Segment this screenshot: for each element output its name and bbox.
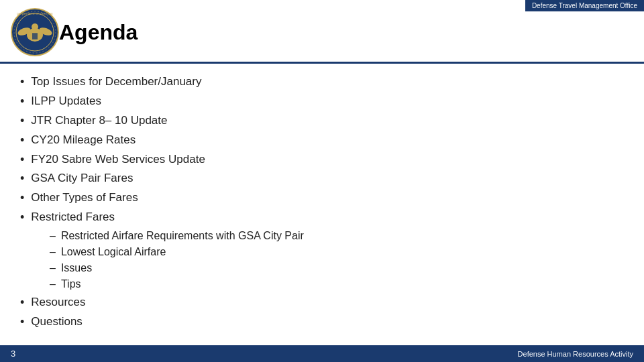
svg-text:DEPARTMENT OF DEFENSE: DEPARTMENT OF DEFENSE: [17, 12, 53, 15]
list-item: • Top Issues for December/January: [20, 73, 624, 92]
page-number: 3: [11, 349, 15, 359]
list-item: • Other Types of Fares: [20, 189, 624, 208]
agenda-item-text: Other Types of Fares: [31, 189, 138, 206]
agenda-item-text: Resources: [31, 294, 85, 311]
bullet-icon: •: [20, 294, 24, 312]
bullet-icon: •: [20, 189, 24, 208]
sub-list-item: – Lowest Logical Airfare: [50, 244, 624, 260]
dod-seal-icon: DEPARTMENT OF DEFENSE: [11, 8, 59, 56]
agenda-item-text: Questions: [31, 313, 83, 330]
dash-icon: –: [50, 260, 56, 276]
list-item: • JTR Chapter 8– 10 Update: [20, 112, 624, 131]
list-item: • ILPP Updates: [20, 93, 624, 111]
dash-icon: –: [50, 244, 56, 260]
agenda-item-text: Restricted Fares: [31, 208, 115, 226]
list-item: • FY20 Sabre Web Services Update: [20, 151, 624, 170]
list-item: • Restricted Fares: [20, 208, 624, 227]
sub-item-text: Lowest Logical Airfare: [61, 244, 166, 260]
footer-bar: 3 Defense Human Resources Activity: [0, 345, 644, 362]
main-content: • Top Issues for December/January • ILPP…: [0, 64, 644, 342]
extra-agenda-list: • Resources • Questions: [20, 294, 624, 332]
list-item: • Questions: [20, 313, 624, 332]
sub-list-item: – Restricted Airfare Requirements with G…: [50, 228, 624, 244]
list-item: • GSA City Pair Fares: [20, 170, 624, 188]
bullet-icon: •: [20, 93, 24, 111]
sub-list-item: – Issues: [50, 260, 624, 276]
list-item: • CY20 Mileage Rates: [20, 131, 624, 150]
sub-agenda-list: – Restricted Airfare Requirements with G…: [50, 228, 624, 292]
bullet-icon: •: [20, 313, 24, 332]
agenda-item-text: FY20 Sabre Web Services Update: [31, 151, 205, 168]
list-item: • Resources: [20, 294, 624, 312]
bullet-icon: •: [20, 73, 24, 92]
sub-list-item: – Tips: [50, 276, 624, 292]
agenda-list: • Top Issues for December/January • ILPP…: [20, 73, 624, 227]
sub-item-text: Restricted Airfare Requirements with GSA…: [61, 228, 304, 244]
bullet-icon: •: [20, 170, 24, 188]
page-title: Agenda: [59, 20, 138, 45]
bullet-icon: •: [20, 131, 24, 150]
dash-icon: –: [50, 228, 56, 244]
agenda-item-text: GSA City Pair Fares: [31, 170, 133, 187]
top-bar-label: Defense Travel Management Office: [532, 2, 637, 9]
bullet-icon: •: [20, 208, 24, 227]
sub-item-text: Tips: [61, 276, 81, 292]
bullet-icon: •: [20, 151, 24, 170]
top-bar: Defense Travel Management Office: [525, 0, 644, 11]
sub-item-text: Issues: [61, 260, 92, 276]
agenda-item-text: CY20 Mileage Rates: [31, 131, 136, 149]
agenda-item-text: ILPP Updates: [31, 93, 101, 110]
org-name-label: Defense Human Resources Activity: [518, 350, 633, 358]
svg-point-5: [32, 23, 38, 30]
bullet-icon: •: [20, 112, 24, 131]
agenda-item-text: JTR Chapter 8– 10 Update: [31, 112, 167, 129]
dash-icon: –: [50, 276, 56, 292]
agenda-item-text: Top Issues for December/January: [31, 73, 201, 90]
